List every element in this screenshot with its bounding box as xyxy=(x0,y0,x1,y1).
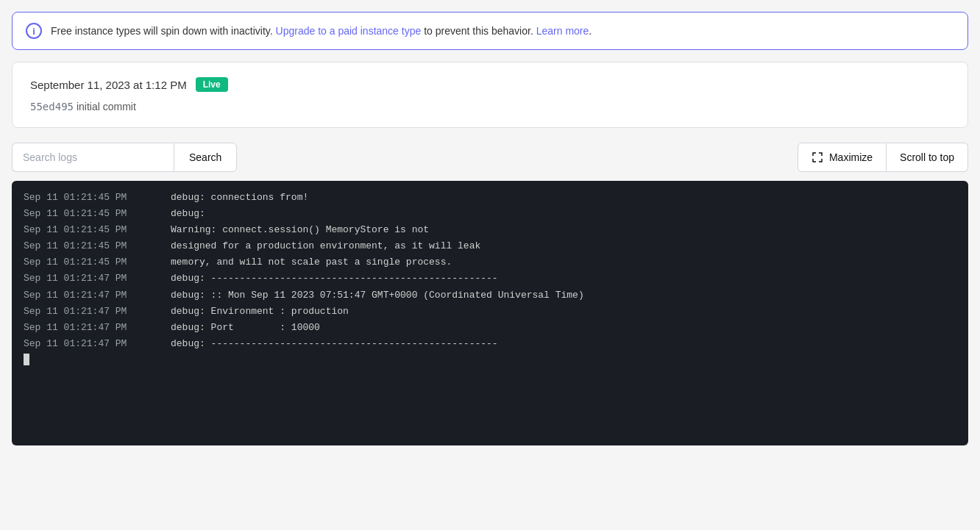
log-message: debug: :: Mon Sep 11 2023 07:51:47 GMT+0… xyxy=(171,287,584,304)
deploy-card: September 11, 2023 at 1:12 PM Live 55ed4… xyxy=(12,62,968,128)
log-message: memory, and will not scale past a single… xyxy=(171,254,452,271)
log-line: Sep 11 01:21:47 PM debug: Environment : … xyxy=(24,304,956,320)
log-timestamp: Sep 11 01:21:45 PM xyxy=(24,190,171,206)
log-line: Sep 11 01:21:45 PM designed for a produc… xyxy=(24,238,956,254)
log-line: Sep 11 01:21:45 PM Warning: connect.sess… xyxy=(24,222,956,238)
log-line: Sep 11 01:21:45 PM debug: connections fr… xyxy=(24,190,956,206)
banner-text-before: Free instance types will spin down with … xyxy=(51,25,273,37)
log-message: debug: ---------------------------------… xyxy=(171,271,498,287)
log-message: designed for a production environment, a… xyxy=(171,238,480,254)
commit-hash: 55ed495 xyxy=(30,101,74,112)
log-line: Sep 11 01:21:45 PM memory, and will not … xyxy=(24,254,956,271)
deploy-header: September 11, 2023 at 1:12 PM Live xyxy=(30,77,950,92)
log-timestamp: Sep 11 01:21:45 PM xyxy=(24,238,171,254)
log-line: Sep 11 01:21:45 PM debug: xyxy=(24,206,956,222)
banner-text: Free instance types will spin down with … xyxy=(51,25,592,37)
log-line: Sep 11 01:21:47 PM debug: Port : 10000 xyxy=(24,320,956,336)
log-message: debug: connections from! xyxy=(171,190,308,206)
log-message: debug: Port : 10000 xyxy=(171,320,320,336)
log-timestamp: Sep 11 01:21:45 PM xyxy=(24,222,171,238)
log-timestamp: Sep 11 01:21:47 PM xyxy=(24,271,171,287)
log-message: debug: ---------------------------------… xyxy=(171,336,498,352)
info-banner: i Free instance types will spin down wit… xyxy=(12,12,968,50)
log-controls: Search Maximize Scroll to top xyxy=(12,143,968,172)
maximize-icon xyxy=(812,151,823,163)
info-icon: i xyxy=(26,23,42,39)
scroll-top-button[interactable]: Scroll to top xyxy=(887,143,968,172)
log-message: debug: Environment : production xyxy=(171,304,349,320)
log-timestamp: Sep 11 01:21:47 PM xyxy=(24,287,171,304)
deploy-timestamp: September 11, 2023 at 1:12 PM xyxy=(30,79,187,91)
deploy-commit: 55ed495 initial commit xyxy=(30,101,950,112)
search-input[interactable] xyxy=(12,143,174,172)
search-button[interactable]: Search xyxy=(174,143,237,172)
right-controls: Maximize Scroll to top xyxy=(798,143,968,172)
log-line: Sep 11 01:21:47 PM debug: --------------… xyxy=(24,336,956,352)
learn-more-link[interactable]: Learn more xyxy=(536,25,589,37)
maximize-button[interactable]: Maximize xyxy=(798,143,887,172)
upgrade-link[interactable]: Upgrade to a paid instance type xyxy=(276,25,422,37)
live-badge: Live xyxy=(196,77,228,92)
log-timestamp: Sep 11 01:21:45 PM xyxy=(24,206,171,222)
log-timestamp: Sep 11 01:21:47 PM xyxy=(24,320,171,336)
log-timestamp: Sep 11 01:21:45 PM xyxy=(24,254,171,271)
log-timestamp: Sep 11 01:21:47 PM xyxy=(24,336,171,352)
log-line: Sep 11 01:21:47 PM debug: :: Mon Sep 11 … xyxy=(24,287,956,304)
log-timestamp: Sep 11 01:21:47 PM xyxy=(24,304,171,320)
cursor-blink xyxy=(24,354,29,365)
cursor-line xyxy=(24,352,956,365)
log-line: Sep 11 01:21:47 PM debug: --------------… xyxy=(24,271,956,287)
log-terminal[interactable]: Sep 11 01:21:45 PM debug: connections fr… xyxy=(12,181,968,445)
log-message: debug: xyxy=(171,206,205,222)
log-message: Warning: connect.session() MemoryStore i… xyxy=(171,222,429,238)
